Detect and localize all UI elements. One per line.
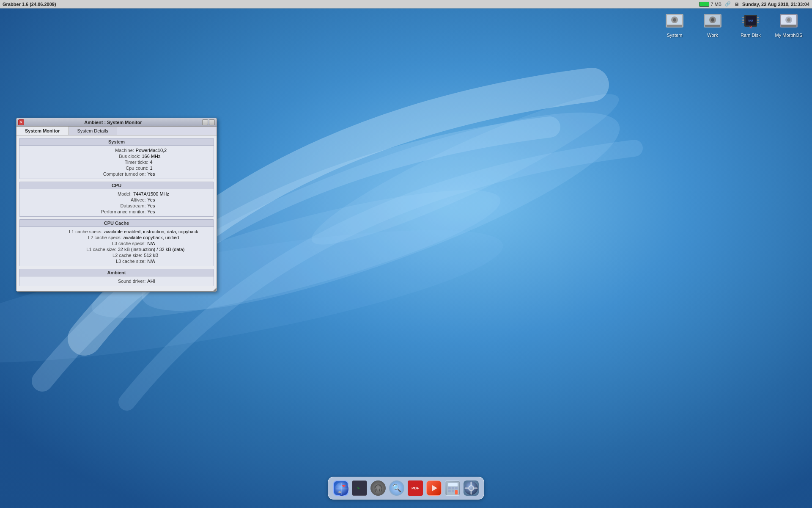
ambient-section-body: Sound driver: AHI (19, 276, 214, 286)
svg-text:✕: ✕ (749, 25, 752, 30)
ramdisk-icon: RAM ✕ (741, 11, 761, 31)
cpu-section-header: CPU (19, 182, 214, 189)
perfmonitor-label: Performance monitor: (78, 209, 146, 214)
timerticks-row: Timer ticks: 4 (28, 159, 205, 165)
desktop-icon-ramdisk[interactable]: RAM ✕ Ram Disk (736, 11, 765, 38)
window-maximize-button[interactable] (209, 119, 215, 125)
menubar: Grabber 1.6 (24.06.2009) 7 MB 🔗 🖥 Sunday… (0, 0, 812, 8)
svg-text:RAM: RAM (749, 19, 753, 22)
svg-rect-14 (705, 25, 720, 27)
work-drive-icon (702, 11, 723, 31)
svg-rect-17 (742, 17, 744, 18)
svg-point-13 (711, 18, 714, 22)
dock-item-audio[interactable]: 🎧 (370, 480, 387, 497)
l1specs-value: available enabled, instruction, data, co… (103, 229, 198, 234)
svg-rect-43 (455, 490, 458, 494)
dock-item-prefs[interactable] (463, 480, 480, 497)
svg-point-45 (469, 486, 474, 491)
dock-item-magnify[interactable]: 🔍 (388, 480, 405, 497)
network-icon: 🔗 (725, 1, 731, 7)
desktop-icons: System Work (660, 11, 804, 38)
tab-system-monitor[interactable]: System Monitor (16, 127, 69, 135)
dock: >_ 🎧 🔍 PDF (328, 477, 484, 500)
dock-item-pdf[interactable]: PDF (407, 480, 424, 497)
svg-rect-9 (667, 25, 682, 27)
svg-rect-29 (781, 25, 796, 27)
timerticks-value: 4 (148, 160, 152, 165)
computerturnedon-label: Computer turned on: (78, 171, 146, 177)
altivec-row: Altivec: Yes (28, 197, 205, 203)
screen-icon: 🖥 (734, 2, 739, 7)
menubar-left: Grabber 1.6 (24.06.2009) (3, 2, 56, 7)
l1size-label: L1 cache size: (49, 247, 116, 252)
dock-item-multimedia[interactable] (425, 480, 442, 497)
terminal-icon: >_ (352, 480, 367, 496)
datetime-label: Sunday, 22 Aug 2010, 21:33:04 (742, 2, 809, 7)
system-section-header: System (19, 138, 214, 146)
window-close-button[interactable]: × (18, 119, 24, 125)
dock-item-terminal[interactable]: >_ (351, 480, 368, 497)
cpucache-section-header: CPU Cache (19, 220, 214, 227)
cpucount-row: Cpu count: 1 (28, 165, 205, 171)
cpu-section: CPU Model: 7447A/1500 MHz Altivec: Yes D… (19, 182, 214, 217)
svg-marker-35 (432, 485, 437, 491)
svg-rect-38 (448, 487, 451, 489)
svg-point-28 (787, 18, 790, 22)
cpu-model-row: Model: 7447A/1500 MHz (28, 191, 205, 197)
window-titlebar: × Ambient : System Monitor (16, 118, 217, 127)
prefs-icon (464, 480, 479, 496)
battery-indicator: 7 MB (699, 2, 721, 7)
ambient-section-header: Ambient (19, 269, 214, 276)
machine-value: PowerMac10,2 (134, 148, 167, 153)
svg-rect-37 (448, 483, 458, 486)
datastream-value: Yes (146, 203, 155, 208)
l2specs-label: L2 cache specs: (54, 235, 122, 240)
magnify-icon: 🔍 (389, 480, 404, 496)
altivec-value: Yes (146, 197, 155, 202)
l3size-label: L3 cache size: (78, 259, 145, 264)
perfmonitor-row: Performance monitor: Yes (28, 209, 205, 215)
pdf-icon: PDF (408, 480, 423, 496)
sounddriver-value: AHI (145, 279, 155, 284)
ramdisk-icon-label: Ram Disk (741, 33, 761, 38)
battery-icon (699, 2, 709, 7)
desktop-icon-work[interactable]: Work (698, 11, 727, 38)
datastream-row: Datastream: Yes (28, 203, 205, 209)
tab-system-details[interactable]: System Details (69, 127, 117, 135)
l1specs-label: L1 cache specs: (35, 229, 103, 234)
cpu-model-value: 7447A/1500 MHz (132, 191, 169, 196)
busclock-row: Bus clock: 166 MHz (28, 153, 205, 159)
svg-rect-20 (757, 17, 759, 18)
window-resize-handle[interactable] (211, 286, 217, 291)
svg-point-3 (301, 75, 629, 264)
mymorphos-icon (779, 11, 799, 31)
cpu-section-body: Model: 7447A/1500 MHz Altivec: Yes Datas… (19, 189, 214, 216)
mymorphos-icon-label: My MorphOS (775, 33, 803, 38)
memory-label: 7 MB (710, 2, 721, 7)
menubar-right: 7 MB 🔗 🖥 Sunday, 22 Aug 2010, 21:33:04 (699, 1, 809, 7)
svg-rect-18 (742, 19, 744, 21)
perfmonitor-value: Yes (146, 209, 155, 214)
l3specs-row: L3 cache specs: N/A (28, 240, 205, 246)
desktop-icon-system[interactable]: System (660, 11, 689, 38)
desktop-icon-mymorphos[interactable]: My MorphOS (774, 11, 804, 38)
app-title: Grabber 1.6 (24.06.2009) (3, 2, 56, 7)
svg-rect-19 (742, 22, 744, 23)
multimedia-icon (426, 480, 442, 496)
sounddriver-row: Sound driver: AHI (28, 278, 205, 284)
cpucount-value: 1 (148, 166, 152, 171)
window-tabs: System Monitor System Details (16, 127, 217, 135)
dock-item-browser[interactable] (332, 480, 349, 497)
svg-rect-41 (448, 490, 451, 492)
system-monitor-window: × Ambient : System Monitor System Monito… (16, 118, 217, 292)
svg-rect-39 (452, 487, 454, 489)
computerturnedon-row: Computer turned on: Yes (28, 171, 205, 177)
window-minimize-button[interactable] (202, 119, 208, 125)
l3size-row: L3 cache size: N/A (28, 258, 205, 264)
browser-icon (333, 480, 348, 496)
l3specs-value: N/A (145, 241, 155, 246)
system-drive-icon (664, 11, 685, 31)
dock-item-calc[interactable] (444, 480, 461, 497)
ambient-section: Ambient Sound driver: AHI (19, 269, 214, 286)
machine-label: Machine: (66, 148, 134, 153)
